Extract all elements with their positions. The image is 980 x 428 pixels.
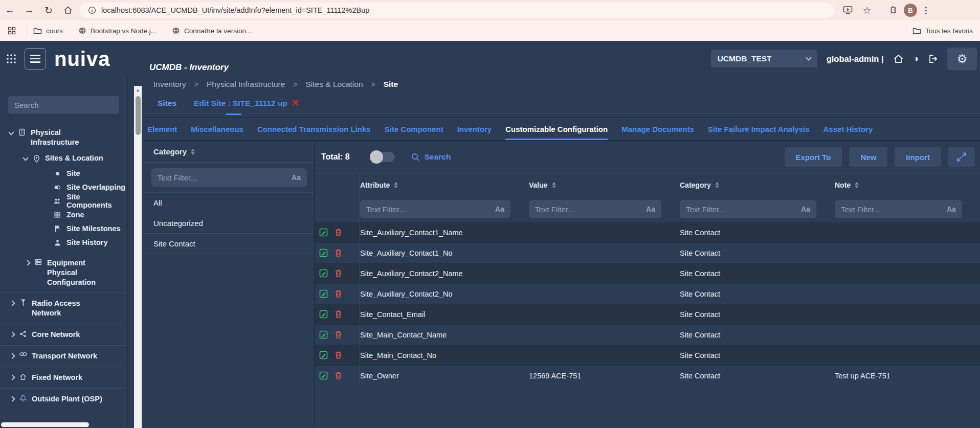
table-row[interactable]: Site_Contact_Email Site Contact [315,304,980,324]
tab-manage-documents[interactable]: Manage Documents [621,118,694,140]
new-button[interactable]: New [849,147,887,167]
home-icon[interactable] [893,54,904,64]
match-case-toggle[interactable]: Aa [292,173,301,182]
bookmark-cours[interactable]: cours [33,27,63,35]
address-bar[interactable] [80,3,834,18]
table-row[interactable]: Site_Owner 12569 ACE-751 Site Contact Te… [315,365,980,386]
tab-site-component[interactable]: Site Component [385,118,443,140]
delete-row-icon[interactable] [335,289,342,298]
table-row[interactable]: Site_Auxiliary_Contact1_Name Site Contac… [315,222,980,242]
tree-item-radio-access-network[interactable]: Radio Access Network [0,292,127,324]
category-filter[interactable]: Aa [680,200,816,218]
profile-avatar[interactable]: B [904,4,917,17]
contrast-toggle-icon[interactable]: ◑ [913,53,919,64]
edit-row-icon[interactable] [319,228,328,237]
value-filter-input[interactable] [535,205,642,214]
tab-inventory[interactable]: Inventory [457,118,492,140]
delete-row-icon[interactable] [335,351,342,359]
category-filter-input[interactable] [158,173,287,182]
delete-row-icon[interactable] [335,269,342,278]
edit-row-icon[interactable] [319,269,328,278]
category-item-all[interactable]: All [144,193,314,213]
tree-item-equipment-physical-configuration[interactable]: Equipment Physical Configuration [0,249,127,292]
breadcrumb-item[interactable]: Sites & Location [305,80,363,89]
match-case-toggle[interactable]: Aa [495,205,504,213]
tree-item-core-network[interactable]: Core Network [0,324,127,345]
breadcrumb-item[interactable]: Inventory [153,80,186,89]
edit-row-icon[interactable] [319,330,328,339]
search-button[interactable]: Search [411,152,451,162]
sort-icon[interactable] [191,149,195,155]
table-row[interactable]: Site_Main_Contact_No Site Contact [315,345,980,365]
delete-row-icon[interactable] [335,371,342,380]
filter-toggle[interactable] [371,152,395,162]
url-input[interactable] [101,6,826,14]
category-filter-input[interactable] [686,205,797,214]
tree-item-transport-network[interactable]: Transport Network [0,345,127,367]
tree-item-site-overlapping[interactable]: Site Overlapping [0,180,127,194]
tab-asset-history[interactable]: Asset History [823,118,873,140]
sidebar-search[interactable] [8,96,119,114]
sidebar-search-input[interactable] [14,101,113,109]
tab-edit-site[interactable]: Edit Site : SITE_11112 up × [194,99,299,115]
browser-home-icon[interactable] [58,5,78,15]
logout-icon[interactable] [928,54,938,64]
expand-fullscreen-button[interactable] [948,147,975,167]
bookmark-star-icon[interactable]: ☆ [858,5,876,16]
edit-row-icon[interactable] [319,310,328,319]
tree-item-zone[interactable]: Zone [0,208,127,221]
delete-row-icon[interactable] [335,249,342,257]
edit-row-icon[interactable] [319,351,328,359]
column-header-category[interactable]: Category [680,181,835,189]
table-row[interactable]: Site_Auxiliary_Contact2_No Site Contact [315,283,980,304]
tree-item-site-history[interactable]: Site History [0,235,127,249]
back-icon[interactable]: ← [0,5,19,16]
sort-icon[interactable] [715,182,719,188]
breadcrumb-item[interactable]: Physical Infrastructure [207,80,285,89]
note-filter[interactable]: Aa [835,200,962,218]
tree-item-outside-plant-osp[interactable]: Outside Plant (OSP) [0,388,127,410]
attribute-filter[interactable]: Aa [360,200,510,218]
category-filter[interactable]: Aa [151,168,307,187]
content-scrollbar[interactable]: ▲ [134,86,142,428]
tree-item-site-components[interactable]: Site Components [0,194,127,208]
delete-row-icon[interactable] [335,228,342,237]
tab-connected-transmission-links[interactable]: Connected Transmission Links [257,118,371,140]
table-row[interactable]: Site_Auxiliary_Contact1_No Site Contact [315,242,980,263]
toggle-knob[interactable] [370,150,383,164]
edit-row-icon[interactable] [319,289,328,298]
tab-element[interactable]: Element [147,118,177,140]
site-info-icon[interactable] [88,6,96,14]
browser-menu-icon[interactable]: ⋮ [919,5,932,16]
reload-icon[interactable]: ↻ [39,5,58,16]
import-button[interactable]: Import [895,147,941,167]
edit-row-icon[interactable] [319,249,328,257]
column-header-note[interactable]: Note [835,181,980,189]
value-filter[interactable]: Aa [529,200,661,218]
match-case-toggle[interactable]: Aa [801,205,810,213]
hamburger-menu-icon[interactable] [25,48,46,70]
bookmark-connaitre[interactable]: Connaître la version... [172,27,252,35]
match-case-toggle[interactable]: Aa [646,205,655,213]
delete-row-icon[interactable] [335,330,342,339]
scrollbar-up-arrow[interactable]: ▲ [134,86,142,94]
sort-icon[interactable] [552,182,556,188]
tree-item-site-milestones[interactable]: Site Milestones [0,221,127,235]
forward-icon[interactable]: → [19,5,39,16]
sidebar-horizontal-scrollbar[interactable] [1,422,89,427]
tree-item-fixed-network[interactable]: Fixed Network [0,367,127,388]
note-filter-input[interactable] [841,205,943,214]
tree-item-sites-location[interactable]: Sites & Location [0,147,127,166]
close-tab-icon[interactable]: × [292,99,299,106]
sort-icon[interactable] [394,182,398,188]
column-header-value[interactable]: Value [529,181,680,189]
settings-gear-icon[interactable]: ⚙ [947,48,977,70]
category-panel-header[interactable]: Category [144,141,314,163]
delete-row-icon[interactable] [335,310,342,319]
apps-grid-icon[interactable] [3,27,20,35]
tree-item-physical-infrastructure[interactable]: Physical Infrastructure [0,128,127,147]
category-item-uncategorized[interactable]: Uncategorized [144,213,314,234]
attribute-filter-input[interactable] [366,205,491,214]
export-to-button[interactable]: Export To [785,147,842,167]
sort-icon[interactable] [855,182,859,188]
